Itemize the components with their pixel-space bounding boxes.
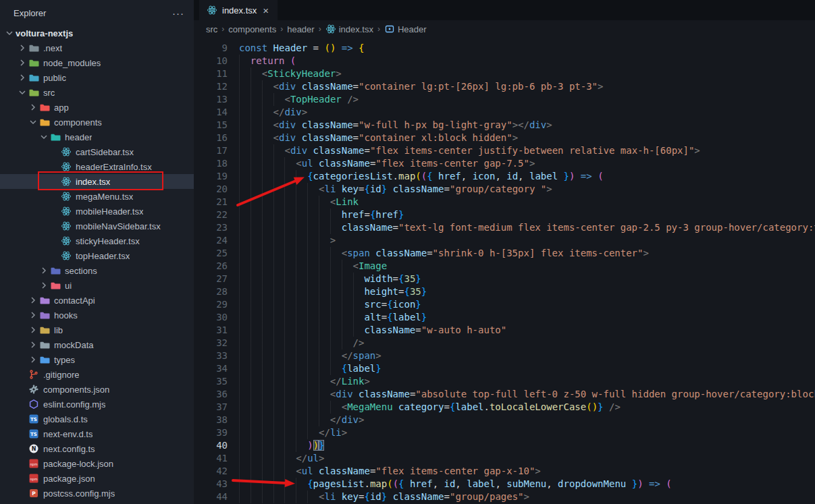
code-line[interactable]: 37 <MegaMenu category={label.toLocaleLow… <box>194 401 815 414</box>
code-line[interactable]: 16 <div className="container xl:block hi… <box>194 132 815 144</box>
more-actions-icon[interactable]: ··· <box>172 7 184 19</box>
code-line[interactable]: 42 <ul className="flex items-center gap-… <box>194 465 815 478</box>
code-line[interactable]: 30 alt={label} <box>194 311 815 324</box>
tree-item-src[interactable]: src <box>0 85 194 100</box>
tree-item-cartsidebar-tsx[interactable]: cartSidebar.tsx <box>0 144 194 159</box>
code-line[interactable]: 29 src={icon} <box>194 298 815 311</box>
tree-item-postcss-config-mjs[interactable]: Ppostcss.config.mjs <box>0 486 194 501</box>
tree-item-public[interactable]: public <box>0 70 194 85</box>
code-line[interactable]: 13 <TopHeader /> <box>194 93 815 106</box>
code-line[interactable]: 44 <li key={id} className="group/pages"> <box>194 491 815 503</box>
code-line[interactable]: 38 </div> <box>194 414 815 426</box>
tree-item-label: app <box>54 103 69 113</box>
chevron-right-icon <box>27 354 38 365</box>
code-line[interactable]: 19 {categoriesList.map(({ href, icon, id… <box>194 170 815 183</box>
tree-item-index-tsx[interactable]: index.tsx <box>0 174 194 189</box>
code-line[interactable]: 22 href={href} <box>194 208 815 221</box>
code-line[interactable]: 10 return ( <box>194 55 815 67</box>
tree-item-mobileheader-tsx[interactable]: mobileHeader.tsx <box>0 204 194 219</box>
code-line[interactable]: 32 /> <box>194 337 815 349</box>
tree-item-headerextrainfo-tsx[interactable]: headerExtraInfo.tsx <box>0 159 194 174</box>
tree-item-next-config-ts[interactable]: Nnext.config.ts <box>0 441 194 456</box>
tree-item-label: ui <box>65 281 72 291</box>
tree-item-topheader-tsx[interactable]: topHeader.tsx <box>0 248 194 263</box>
tree-item-components[interactable]: components <box>0 115 194 130</box>
tree-item-header[interactable]: header <box>0 130 194 144</box>
code-line[interactable]: 35 </Link> <box>194 375 815 388</box>
close-icon[interactable]: × <box>261 5 270 16</box>
code-line-text: <TopHeader /> <box>228 93 359 106</box>
code-line[interactable]: 11 <StickyHeader> <box>194 67 815 80</box>
tree-item-components-json[interactable]: components.json <box>0 382 194 397</box>
tree-item-globals-d-ts[interactable]: TSglobals.d.ts <box>0 412 194 426</box>
tree-item-package-lock-json[interactable]: npmpackage-lock.json <box>0 456 194 471</box>
code-line[interactable]: 18 <ul className="flex items-center gap-… <box>194 157 815 170</box>
tree-item-root[interactable]: voltura-nextjs <box>0 26 194 40</box>
code-editor[interactable]: 9const Header = () => {10 return (11 <St… <box>194 38 815 504</box>
tab-index-tsx[interactable]: index.tsx × <box>199 0 278 20</box>
tree-item-types[interactable]: types <box>0 352 194 367</box>
tree-item-package-json[interactable]: npmpackage.json <box>0 471 194 486</box>
tree-item-label: .next <box>43 43 62 53</box>
chevron-right-icon <box>27 102 38 113</box>
line-number: 33 <box>194 349 228 362</box>
react-icon <box>61 221 72 231</box>
tree-item-label: package-lock.json <box>43 459 113 469</box>
tree-item-sections[interactable]: sections <box>0 263 194 278</box>
tree-item-contactapi[interactable]: contactApi <box>0 293 194 308</box>
tree-item-mockdata[interactable]: mockData <box>0 337 194 352</box>
folder-icon <box>39 295 50 306</box>
code-line[interactable]: 31 className="w-auto h-auto" <box>194 324 815 337</box>
code-line[interactable]: 21 <Link <box>194 196 815 208</box>
tree-item-node-modules[interactable]: node_modules <box>0 55 194 70</box>
code-line[interactable]: 28 height={35} <box>194 285 815 298</box>
code-line[interactable]: 12 <div className="container lg:pt-[26px… <box>194 80 815 93</box>
folder-icon <box>39 354 50 365</box>
breadcrumb-item-index-tsx[interactable]: index.tsx <box>325 24 373 34</box>
breadcrumb-item-components[interactable]: components <box>228 24 276 34</box>
code-line[interactable]: 25 <span className="shrink-0 h-[35px] fl… <box>194 247 815 260</box>
code-line[interactable]: 20 <li key={id} className="group/categor… <box>194 183 815 196</box>
code-line[interactable]: 9const Header = () => { <box>194 42 815 55</box>
tree-item-ui[interactable]: ui <box>0 278 194 293</box>
chevron-right-icon <box>16 72 28 83</box>
tree-item-next-env-d-ts[interactable]: TSnext-env.d.ts <box>0 426 194 441</box>
tree-item-mobilenavsidebar-tsx[interactable]: mobileNavSidebar.tsx <box>0 219 194 233</box>
tree-item--gitignore[interactable]: .gitignore <box>0 367 194 382</box>
code-line[interactable]: 24 > <box>194 234 815 247</box>
folder-icon <box>28 87 39 98</box>
code-line-text: height={35} <box>228 285 427 298</box>
tree-item-hooks[interactable]: hooks <box>0 308 194 323</box>
code-line[interactable]: 34 {label} <box>194 362 815 375</box>
tree-item--next[interactable]: .next <box>0 40 194 55</box>
tree-item-app[interactable]: app <box>0 100 194 115</box>
tree-item-lib[interactable]: lib <box>0 323 194 337</box>
tree-item-stickyheader-tsx[interactable]: stickyHeader.tsx <box>0 233 194 248</box>
code-line[interactable]: 17 <div className="flex items-center jus… <box>194 144 815 157</box>
code-line[interactable]: 15 <div className="w-full h-px bg-light-… <box>194 119 815 132</box>
code-line[interactable]: 36 <div className="absolute top-full lef… <box>194 388 815 401</box>
tree-item-eslint-config-mjs[interactable]: eslint.config.mjs <box>0 397 194 412</box>
code-line[interactable]: 26 <Image <box>194 260 815 273</box>
code-line[interactable]: 40 ))} <box>194 439 815 452</box>
code-line[interactable]: 27 width={35} <box>194 273 815 285</box>
code-line-text: </div> <box>228 414 364 426</box>
code-line-text: href={href} <box>228 208 404 221</box>
code-line[interactable]: 14 </div> <box>194 106 815 119</box>
breadcrumb-item-header[interactable]: header <box>287 24 314 34</box>
code-line[interactable]: 41 </ul> <box>194 452 815 465</box>
code-line[interactable]: 43 {pagesList.map(({ href, id, label, su… <box>194 478 815 491</box>
code-line[interactable]: 39 </li> <box>194 426 815 439</box>
code-line[interactable]: 33 </span> <box>194 349 815 362</box>
line-number: 40 <box>194 439 228 452</box>
code-line[interactable]: 23 className="text-lg font-medium flex i… <box>194 221 815 234</box>
breadcrumb-item-header[interactable]: Header <box>384 24 427 34</box>
gear-icon <box>28 384 39 395</box>
code-line-text: {categoriesList.map(({ href, icon, id, l… <box>228 170 604 183</box>
tree-item-megamenu-tsx[interactable]: megaMenu.tsx <box>0 189 194 204</box>
breadcrumb-item-src[interactable]: src <box>206 24 217 34</box>
breadcrumb: src›components›header›index.tsx›Header <box>194 20 815 38</box>
code-line-text: <ul className="flex items-center gap-x-1… <box>228 465 541 478</box>
react-icon <box>325 24 336 34</box>
code-line-text: </ul> <box>228 452 324 465</box>
